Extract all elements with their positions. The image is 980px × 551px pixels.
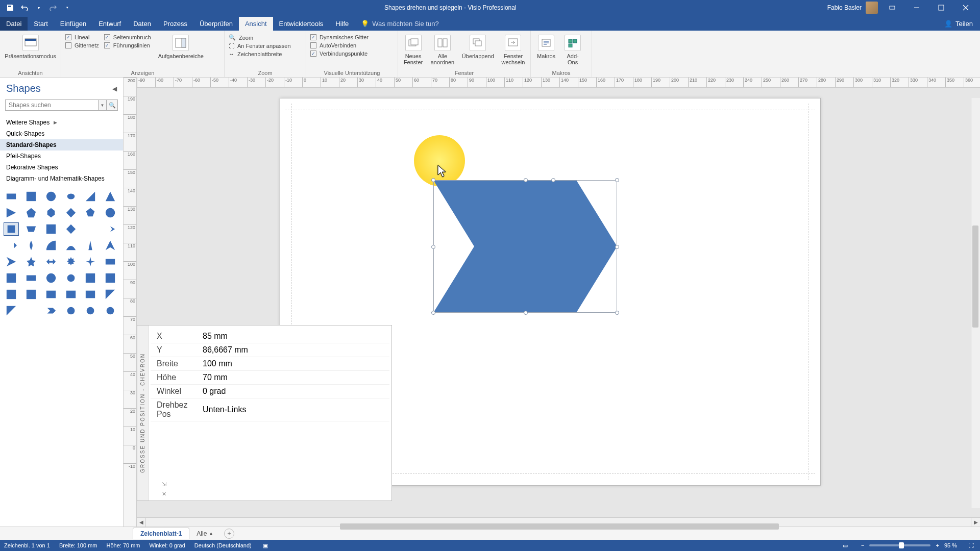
ribbon-display-icon[interactable]	[882, 0, 902, 15]
tab-entwurf[interactable]: Entwurf	[92, 17, 127, 31]
tab-datei[interactable]: Datei	[0, 17, 28, 31]
shape-thumb[interactable]	[103, 239, 117, 252]
fit-window-button[interactable]: ⛶An Fenster anpassen	[228, 42, 292, 49]
tab-einfuegen[interactable]: Einfügen	[54, 17, 92, 31]
handle-w[interactable]	[431, 245, 435, 249]
shape-thumb[interactable]	[103, 223, 117, 235]
more-shapes-item[interactable]: Weitere Shapes▶	[0, 117, 123, 128]
cascade-button[interactable]: Überlappend	[460, 34, 496, 60]
save-icon[interactable]	[4, 2, 16, 14]
vertical-scrollbar[interactable]	[971, 98, 980, 508]
handle-n[interactable]	[524, 178, 528, 182]
shape-thumb[interactable]	[44, 190, 58, 203]
add-sheet-button[interactable]: ＋	[224, 529, 234, 539]
shape-thumb[interactable]	[64, 256, 78, 268]
gitternetz-checkbox[interactable]: Gitternetz	[64, 42, 100, 49]
handle-rotate[interactable]	[551, 178, 555, 182]
handle-ne[interactable]	[615, 178, 619, 182]
shape-thumb[interactable]	[44, 256, 58, 268]
pane-pin-icon[interactable]: ⇲	[162, 481, 166, 488]
undo-dropdown-icon[interactable]: ▼	[33, 2, 45, 14]
zoom-label[interactable]: 95 %	[944, 542, 957, 548]
shape-thumb[interactable]	[4, 305, 18, 317]
scroll-thumb[interactable]	[972, 226, 978, 328]
shape-thumb[interactable]	[4, 256, 18, 268]
shape-thumb[interactable]	[24, 190, 38, 203]
shape-thumb[interactable]	[24, 305, 38, 317]
switch-window-button[interactable]: Fenster wechseln	[499, 34, 527, 66]
shape-thumb[interactable]	[83, 239, 97, 252]
shape-thumb[interactable]	[4, 239, 18, 252]
aufgabenbereiche-button[interactable]: Aufgabenbereiche	[155, 34, 207, 60]
shape-thumb[interactable]	[103, 256, 117, 268]
shape-thumb[interactable]	[103, 305, 117, 317]
addons-button[interactable]: Add- Ons	[561, 34, 584, 66]
zoom-in-icon[interactable]: +	[934, 542, 941, 548]
tab-daten[interactable]: Daten	[127, 17, 157, 31]
category-decorative[interactable]: Dekorative Shapes	[0, 162, 123, 173]
prop-value[interactable]: 85 mm	[197, 330, 389, 343]
tab-ueberpruefen[interactable]: Überprüfen	[193, 17, 239, 31]
drawing-viewport[interactable]: GRÖSSE UND POSITION - CHEVRON X85 mmY86,…	[137, 88, 980, 517]
scroll-left-icon[interactable]: ◀	[137, 518, 146, 527]
connection-points-checkbox[interactable]: ✓Verbindungspunkte	[309, 50, 370, 57]
redo-icon[interactable]	[47, 2, 59, 14]
macros-button[interactable]: Makros	[534, 34, 558, 60]
shape-thumb[interactable]	[44, 239, 58, 252]
handle-sw[interactable]	[431, 311, 435, 315]
avatar[interactable]	[866, 2, 878, 14]
shape-thumb[interactable]	[4, 288, 18, 300]
shape-thumb[interactable]	[64, 223, 78, 235]
new-window-button[interactable]: Neues Fenster	[401, 34, 425, 66]
zoom-out-icon[interactable]: −	[859, 542, 866, 548]
handle-s[interactable]	[524, 311, 528, 315]
presentation-mode-button[interactable]: Präsentationsmodus	[3, 34, 58, 60]
shape-thumb[interactable]	[44, 305, 58, 317]
shape-thumb[interactable]	[24, 321, 38, 333]
page-width-button[interactable]: ↔Zeichenblattbreite	[228, 51, 292, 58]
pane-close-icon[interactable]: ✕	[162, 491, 166, 497]
shape-thumb[interactable]	[4, 207, 18, 219]
tab-entwicklertools[interactable]: Entwicklertools	[273, 17, 330, 31]
dyn-grid-checkbox[interactable]: ✓Dynamisches Gitter	[309, 34, 370, 41]
sheet-tab-1[interactable]: Zeichenblatt-1	[133, 528, 189, 539]
vertical-ruler[interactable]: 2001901801701601501401301201101009080706…	[124, 78, 137, 527]
sheet-all-button[interactable]: Alle▲	[191, 528, 218, 539]
shape-thumb[interactable]	[44, 272, 58, 284]
autoconnect-checkbox[interactable]: AutoVerbinden	[309, 42, 370, 49]
shape-thumb[interactable]	[24, 288, 38, 300]
shape-thumb[interactable]	[83, 256, 97, 268]
shape-thumb[interactable]	[4, 272, 18, 284]
category-diagram[interactable]: Diagramm- und Mathematik-Shapes	[0, 173, 123, 184]
shape-thumb[interactable]	[24, 256, 38, 268]
tab-prozess[interactable]: Prozess	[157, 17, 193, 31]
zoom-slider[interactable]	[869, 544, 930, 546]
prop-value[interactable]: 0 grad	[197, 385, 389, 398]
shape-thumb[interactable]	[83, 288, 97, 300]
shape-thumb[interactable]	[44, 288, 58, 300]
scroll-right-icon[interactable]: ▶	[971, 518, 980, 527]
status-language[interactable]: Deutsch (Deutschland)	[194, 542, 252, 548]
seitenumbruch-checkbox[interactable]: ✓Seitenumbruch	[103, 34, 152, 41]
page-view-icon[interactable]: ▭	[841, 542, 850, 549]
shape-thumb[interactable]	[83, 305, 97, 317]
category-quick[interactable]: Quick-Shapes	[0, 128, 123, 139]
shape-thumb[interactable]	[24, 207, 38, 219]
shape-thumb[interactable]	[44, 207, 58, 219]
shape-thumb[interactable]	[103, 190, 117, 203]
shapes-search-input[interactable]	[5, 99, 99, 111]
handle-se[interactable]	[615, 311, 619, 315]
prop-value[interactable]: Unten-Links	[197, 398, 389, 421]
maximize-icon[interactable]	[931, 0, 951, 15]
zoom-button[interactable]: 🔍Zoom	[228, 34, 292, 41]
tab-ansicht[interactable]: Ansicht	[239, 17, 273, 31]
fuehrungslinien-checkbox[interactable]: ✓Führungslinien	[103, 42, 152, 49]
search-dropdown-icon[interactable]: ▼	[99, 99, 107, 111]
shape-thumb[interactable]	[64, 239, 78, 252]
search-go-icon[interactable]: 🔍	[107, 99, 118, 111]
shape-thumb[interactable]	[64, 288, 78, 300]
shape-thumb[interactable]	[24, 223, 38, 235]
shape-thumb[interactable]	[103, 272, 117, 284]
shape-thumb[interactable]	[103, 207, 117, 219]
shape-thumb[interactable]	[64, 272, 78, 284]
